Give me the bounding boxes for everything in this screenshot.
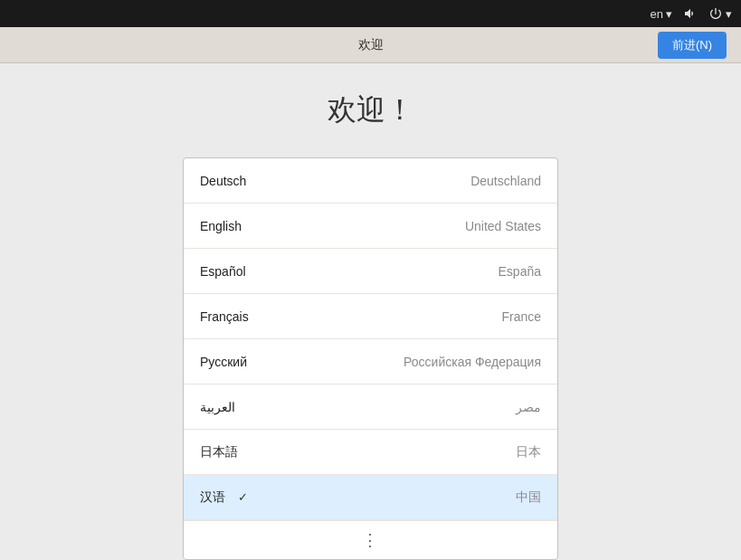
language-name-russian: Русский (200, 355, 247, 369)
welcome-heading: 欢迎！ (328, 90, 414, 130)
language-row-arabic[interactable]: العربية مصر (184, 384, 557, 430)
language-row-japanese[interactable]: 日本語 日本 (184, 430, 557, 475)
more-options-row[interactable]: ⋮ (184, 520, 557, 559)
language-name-japanese: 日本語 (200, 444, 238, 460)
language-region-arabic: مصر (516, 400, 541, 414)
title-bar: 欢迎 前进(N) (0, 27, 741, 63)
language-list: Deutsch Deutschland English United State… (183, 157, 558, 560)
selected-checkmark: ✓ (238, 490, 248, 504)
window-title: 欢迎 (358, 37, 384, 53)
volume-icon (683, 6, 698, 21)
more-dots-icon: ⋮ (362, 530, 380, 550)
language-name-arabic: العربية (200, 400, 235, 414)
power-icon (708, 6, 723, 21)
language-indicator[interactable]: en ▾ (651, 7, 672, 21)
language-row-deutsch[interactable]: Deutsch Deutschland (184, 158, 557, 204)
language-name-chinese: 汉语 ✓ (200, 489, 248, 506)
power-button[interactable]: ▾ (708, 6, 732, 21)
language-region-chinese: 中国 (516, 489, 541, 506)
language-region-english: United States (465, 219, 541, 233)
language-row-chinese[interactable]: 汉语 ✓ 中国 (184, 475, 557, 520)
language-region-russian: Российская Федерация (404, 355, 541, 369)
forward-button[interactable]: 前进(N) (658, 32, 727, 59)
language-row-espanol[interactable]: Español España (184, 249, 557, 294)
language-name-deutsch: Deutsch (200, 174, 246, 188)
system-bar: en ▾ ▾ (0, 0, 741, 27)
volume-button[interactable] (683, 6, 698, 21)
language-region-japanese: 日本 (516, 444, 541, 460)
language-row-francais[interactable]: Français France (184, 294, 557, 339)
language-name-english: English (200, 219, 242, 233)
language-name-espanol: Español (200, 264, 246, 279)
main-window: 欢迎 前进(N) 欢迎！ Deutsch Deutschland English… (0, 27, 741, 560)
language-region-espanol: España (499, 264, 541, 279)
language-row-english[interactable]: English United States (184, 204, 557, 249)
language-region-deutsch: Deutschland (470, 174, 541, 188)
main-content: 欢迎！ Deutsch Deutschland English United S… (0, 63, 741, 560)
language-row-russian[interactable]: Русский Российская Федерация (184, 339, 557, 384)
language-name-francais: Français (200, 309, 249, 324)
language-region-francais: France (501, 309, 541, 324)
